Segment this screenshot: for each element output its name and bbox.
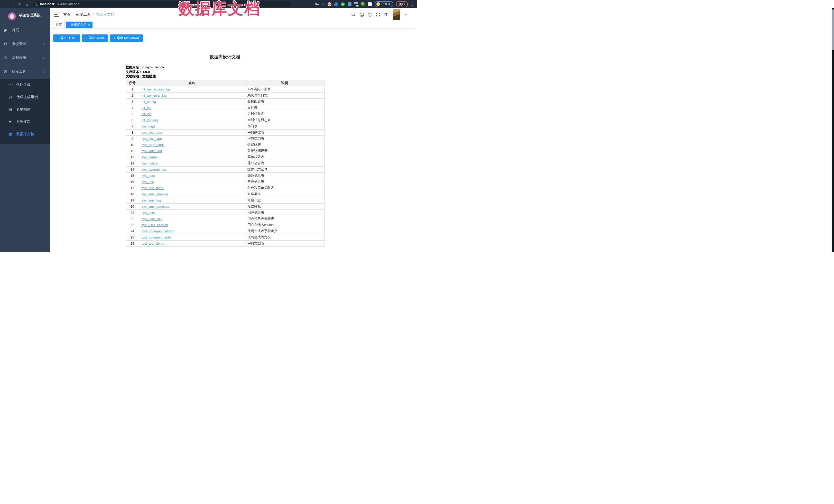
help-icon[interactable]: ? — [368, 13, 372, 17]
shield-check-icon: ☑ — [8, 95, 15, 100]
db-doc-icon: ▦ — [8, 132, 15, 136]
info-label: 文档版本： — [126, 70, 142, 74]
table-link[interactable]: sys_sms_log — [141, 198, 161, 202]
home-icon[interactable]: ⌂ — [23, 2, 30, 6]
fullscreen-icon[interactable] — [376, 12, 380, 17]
sidebar-item[interactable]: ◉ 首页 — [0, 23, 50, 37]
sidebar-item[interactable]: ⚒ 研发工具 ∧ — [0, 65, 50, 79]
forward-icon[interactable]: → — [9, 2, 17, 6]
table-link[interactable]: inf_job_log — [141, 118, 158, 122]
column-header-index: 序号 — [126, 80, 139, 86]
search-icon[interactable] — [351, 12, 356, 17]
paused-extension-button[interactable]: 已暂停 — [375, 1, 394, 7]
back-icon[interactable]: ← — [3, 2, 9, 6]
gear-icon: ⚙ — [4, 42, 10, 46]
tables-list: 序号 表名 说明 1 inf_api_access_log API 访问日志表 — [126, 80, 325, 247]
table-link[interactable]: inf_file — [141, 106, 151, 110]
table-link[interactable]: inf_config — [141, 100, 156, 104]
view-tab[interactable]: ● 数据库文档 × — [66, 22, 92, 28]
extension-icon-check[interactable] — [341, 2, 345, 6]
active-dot-icon: ● — [68, 24, 69, 26]
top-navbar: 首页研发工具数据库文档 ? тT ▼ — [50, 8, 415, 21]
github-icon[interactable] — [359, 12, 364, 17]
table-link[interactable]: sys_post — [141, 174, 155, 178]
breadcrumb-item[interactable]: 首页 — [63, 12, 70, 17]
plus-icon: + — [86, 36, 88, 40]
reload-icon[interactable]: ↻ — [17, 2, 23, 6]
sidebar-subitem[interactable]: ☑ 代码生成示例 — [0, 91, 50, 103]
export-button[interactable]: + 导出 Markdown — [110, 35, 143, 42]
export-button-label: 导出 Markdown — [117, 36, 139, 40]
table-link[interactable]: sys_dept — [141, 125, 155, 128]
table-link[interactable]: tool_test_demo — [141, 242, 164, 245]
extension-icon-leaf[interactable] — [361, 2, 365, 6]
breadcrumb-item[interactable]: 数据库文档 — [90, 12, 114, 17]
table-link[interactable]: sys_dict_data — [141, 131, 162, 134]
export-button[interactable]: + 导出 HTML — [53, 35, 80, 42]
info-value: 1.0.0 — [142, 70, 150, 74]
table-header-row: 序号 表名 说明 — [126, 80, 325, 86]
table-link[interactable]: sys_user — [141, 211, 155, 215]
table-link[interactable]: sys_role — [141, 180, 154, 184]
font-size-icon[interactable]: тT — [384, 13, 388, 17]
page-content: + 导出 HTML + 导出 Word + 导出 Markdown 数据库设计文… — [50, 29, 415, 252]
puzzle-icon[interactable] — [368, 2, 372, 6]
browser-menu-icon[interactable]: ⋮ — [411, 2, 414, 6]
sidebar-item[interactable]: ⚙ 系统管理 ∨ — [0, 37, 50, 51]
table-row: 8 sys_dict_data 字典数据表 — [126, 129, 325, 135]
table-link[interactable]: tool_codegen_table — [141, 236, 171, 239]
url-host: localhost — [40, 2, 54, 6]
sidebar-item[interactable]: ⊞ 基础设施 ∨ — [0, 51, 50, 65]
extension-icon-on-badge[interactable]: on — [354, 2, 358, 6]
sidebar-subitem[interactable]: ▦ 数据库文档 — [0, 128, 50, 140]
table-row: 16 sys_role 角色信息表 — [126, 179, 325, 185]
sidebar-subitem[interactable]: ▤ 表单构建 — [0, 103, 50, 116]
export-button[interactable]: + 导出 Word — [82, 35, 108, 42]
key-icon[interactable] — [315, 2, 319, 6]
table-row: 1 inf_api_access_log API 访问日志表 — [126, 86, 325, 92]
view-tab[interactable]: 首页 — [53, 22, 65, 28]
table-row: 26 tool_test_demo 字典类型表 — [126, 240, 325, 246]
breadcrumb-item[interactable]: 研发工具 — [70, 12, 90, 17]
info-value: ruoyi-vue-pro — [142, 65, 164, 69]
column-header-name: 表名 — [139, 80, 245, 86]
table-link[interactable]: sys_role_menu — [141, 186, 164, 190]
table-link[interactable]: sys_sms_template — [141, 204, 169, 209]
db-info: 数据库名：ruoyi-vue-pro 文档版本：1.0.0 文档描述：文档描述 — [126, 65, 324, 79]
info-label: 文档描述： — [126, 74, 142, 78]
table-link[interactable]: sys_error_code — [141, 143, 165, 147]
caret-down-icon[interactable]: ▼ — [405, 13, 407, 16]
table-link[interactable]: sys_operate_log — [141, 168, 166, 171]
site-info-icon[interactable]: i — [35, 3, 38, 6]
table-row: 4 inf_file 文件表 — [126, 105, 325, 111]
table-link[interactable]: sys_notice — [141, 161, 157, 165]
close-icon[interactable]: × — [88, 23, 90, 27]
address-bar[interactable]: i localhost:1024/tool/db-doc — [32, 1, 291, 7]
table-row: 10 sys_error_code 错误码表 — [126, 141, 325, 148]
avatar[interactable] — [393, 9, 400, 20]
export-toolbar: + 导出 HTML + 导出 Word + 导出 Markdown — [53, 35, 145, 42]
table-link[interactable]: tool_codegen_column — [141, 229, 174, 233]
sidebar-subitem[interactable]: ≣ 系统接口 — [0, 116, 50, 128]
bookmark-star-icon[interactable]: ☆ — [322, 2, 325, 6]
sidebar-subitem[interactable]: </> 代码生成 — [0, 79, 50, 91]
table-link[interactable]: sys_user_session — [141, 223, 168, 227]
table-link[interactable]: sys_user_role — [141, 217, 162, 221]
table-link[interactable]: sys_menu — [141, 155, 157, 159]
table-link[interactable]: inf_api_access_log — [141, 87, 170, 91]
table-link[interactable]: sys_dict_type — [141, 137, 162, 140]
info-value: 文档描述 — [142, 74, 156, 78]
sidebar-collapse-icon[interactable] — [54, 13, 59, 17]
app-logo[interactable]: 芋道管理系统 — [0, 8, 50, 23]
extension-icon-pin[interactable] — [334, 2, 338, 6]
browser-update-button[interactable]: 更新 — [396, 1, 408, 7]
db-document: 数据库设计文档 数据库名：ruoyi-vue-pro 文档版本：1.0.0 文档… — [126, 52, 324, 247]
table-link[interactable]: inf_job — [141, 112, 151, 116]
db-info-line: 数据库名：ruoyi-vue-pro — [126, 65, 324, 70]
extension-icon-red[interactable] — [328, 2, 331, 6]
url-text: localhost:1024/tool/db-doc — [40, 2, 79, 6]
table-link[interactable]: inf_api_error_log — [141, 93, 167, 97]
extension-icon-grid[interactable] — [348, 2, 351, 6]
table-link[interactable]: sys_sms_channel — [141, 192, 168, 196]
table-link[interactable]: sys_login_log — [141, 149, 162, 153]
